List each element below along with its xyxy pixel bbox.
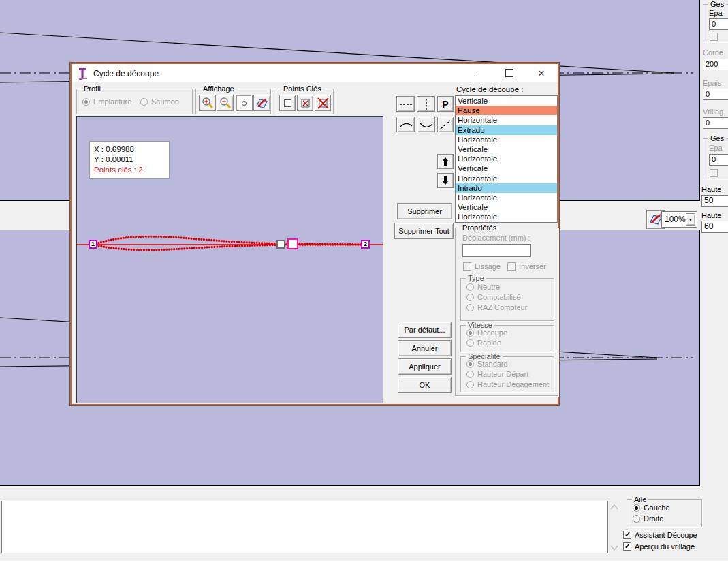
epaisseur-input-bottom[interactable]: 0 <box>709 154 728 166</box>
radio-hauteur-depart-circle[interactable] <box>466 371 474 378</box>
dashed-hline-icon <box>399 102 413 107</box>
apercu-vrillage-checkbox[interactable] <box>623 542 631 551</box>
radio-hauteur-degagement[interactable]: Hauteur Dégagement <box>466 380 549 388</box>
radio-comptabilise-circle[interactable] <box>466 294 474 301</box>
keypoint-delete-all-button[interactable] <box>315 95 331 111</box>
message-log-box[interactable] <box>1 501 608 553</box>
annuler-button[interactable]: Annuler <box>398 340 452 356</box>
lissage-checkbox[interactable] <box>463 262 471 271</box>
pause-point-button[interactable]: P <box>437 96 454 112</box>
keypoint-delete-button[interactable] <box>297 95 313 111</box>
dialog-titlebar[interactable]: J Cycle de découpe – ✕ <box>72 64 558 82</box>
radio-hauteur-degagement-circle[interactable] <box>466 381 474 388</box>
radio-neutre-circle[interactable] <box>466 283 474 291</box>
inverser-checkbox-row[interactable]: Inverser <box>507 262 546 271</box>
cycle-list-item[interactable]: Horizontale <box>456 193 557 202</box>
keypoint-marker-unselected[interactable] <box>276 240 285 249</box>
zoom-dropdown-button[interactable]: ▼ <box>686 213 695 226</box>
close-button[interactable]: ✕ <box>530 64 553 82</box>
radio-gauche[interactable]: Gauche <box>633 504 670 512</box>
ok-button[interactable]: OK <box>398 377 452 393</box>
cycle-list-item[interactable]: Horizontale <box>456 135 557 144</box>
radio-rapide[interactable]: Rapide <box>466 339 501 347</box>
dotted-vline-button[interactable] <box>417 96 435 112</box>
corde-label: Corde <box>703 48 723 57</box>
radio-emplanture-circle[interactable] <box>82 98 90 106</box>
epaisseur-input[interactable]: 0 <box>703 89 728 100</box>
radio-saumon-circle[interactable] <box>140 98 148 106</box>
dotted-vline-icon <box>424 98 429 110</box>
apercu-vrillage-checkbox-row[interactable]: Aperçu du vrillage <box>623 542 695 551</box>
keypoint-marker-selected[interactable] <box>287 238 298 249</box>
arc-down-button[interactable] <box>417 117 435 132</box>
cycle-list-item[interactable]: Horizontale <box>456 154 557 164</box>
keypoint-delete-icon <box>300 98 311 108</box>
cycle-list-item[interactable]: Horizontale <box>456 212 557 221</box>
cycle-list-item[interactable]: Verticale <box>456 202 557 212</box>
radio-saumon-label: Saumon <box>151 97 179 106</box>
deplacement-input[interactable] <box>462 244 531 257</box>
radio-droite-circle[interactable] <box>633 515 640 523</box>
lissage-checkbox-row[interactable]: Lissage <box>463 262 501 271</box>
radio-saumon[interactable]: Saumon <box>140 97 179 106</box>
radio-decoupe[interactable]: Découpe <box>466 328 507 337</box>
dashed-hline-button[interactable] <box>396 96 415 112</box>
radio-raz-compteur[interactable]: RAZ Compteur <box>466 303 527 311</box>
corde-input[interactable]: 200 <box>703 59 728 70</box>
assistant-decoupe-checkbox[interactable] <box>623 531 631 539</box>
gestion-checkbox-top[interactable] <box>710 33 718 41</box>
radio-raz-compteur-circle[interactable] <box>466 304 474 311</box>
radio-standard-circle[interactable] <box>466 360 474 368</box>
cycle-list-item[interactable]: Extrado <box>456 125 557 135</box>
radio-decoupe-circle[interactable] <box>466 329 474 337</box>
gestion-checkbox-bottom[interactable] <box>710 169 718 177</box>
minimize-button[interactable]: – <box>465 64 488 82</box>
radio-emplanture[interactable]: Emplanture <box>82 97 131 106</box>
zoom-in-button[interactable] <box>199 95 216 111</box>
cycle-list-item[interactable]: Verticale <box>456 144 557 154</box>
vrillage-input[interactable]: 0 <box>703 117 728 129</box>
radio-rapide-circle[interactable] <box>466 339 474 347</box>
radio-gauche-circle[interactable] <box>633 504 640 512</box>
cycle-list-item[interactable]: Pause <box>456 106 557 115</box>
point-display-toggle[interactable] <box>236 95 253 111</box>
par-defaut-button[interactable]: Par défaut... <box>398 322 452 338</box>
redraw-profile-button[interactable] <box>253 95 270 111</box>
zoom-level-combobox[interactable]: 100% ▼ <box>661 211 697 228</box>
move-up-button[interactable] <box>437 154 454 169</box>
cycle-list-item[interactable]: Verticale <box>456 96 557 106</box>
appliquer-button[interactable]: Appliquer <box>398 358 452 375</box>
supprimer-button[interactable]: Supprimer <box>397 203 452 219</box>
radio-hauteur-depart[interactable]: Hauteur Départ <box>466 370 528 378</box>
move-down-button[interactable] <box>437 173 454 188</box>
supprimer-tout-button[interactable]: Supprimer Tout <box>394 223 454 239</box>
profile-end-marker[interactable]: 2 <box>361 240 370 249</box>
maximize-button[interactable] <box>498 64 521 82</box>
arc-up-button[interactable] <box>396 117 415 132</box>
cycle-list-item[interactable]: Verticale <box>456 164 557 173</box>
scroll-down-icon[interactable] <box>610 544 619 552</box>
vrillage-label: Vrillag <box>703 108 723 116</box>
zoom-out-button[interactable] <box>217 95 234 111</box>
hauteur-depart-input[interactable]: 50 <box>701 195 728 207</box>
radio-hauteur-depart-label: Hauteur Départ <box>477 370 528 378</box>
radio-standard[interactable]: Standard <box>466 360 508 368</box>
keypoint-add-button[interactable] <box>279 95 296 111</box>
cycle-list[interactable]: VerticalePauseHorizontaleExtradoHorizont… <box>455 95 558 223</box>
epaisseur-input-top[interactable]: 0 <box>709 18 728 30</box>
cycle-list-item[interactable]: Intrado <box>456 183 557 193</box>
profil-group-legend: Profil <box>82 84 103 93</box>
radio-neutre[interactable]: Neutre <box>466 283 500 291</box>
assistant-decoupe-checkbox-row[interactable]: Assistant Découpe <box>623 531 697 539</box>
hauteur-degagement-input[interactable]: 60 <box>701 221 728 233</box>
scroll-up-icon[interactable] <box>610 503 619 511</box>
radio-droite[interactable]: Droite <box>633 514 663 523</box>
supprimer-label: Supprimer <box>407 207 442 215</box>
profile-canvas[interactable]: X : 0.69988 Y : 0.00011 Points clés : 2 … <box>76 116 383 403</box>
cycle-list-item[interactable]: Horizontale <box>456 115 557 125</box>
profile-start-marker[interactable]: 1 <box>89 240 97 249</box>
diagonal-line-button[interactable] <box>437 117 454 132</box>
radio-comptabilise[interactable]: Comptabilisé <box>466 293 521 301</box>
inverser-checkbox[interactable] <box>507 262 516 271</box>
cycle-list-item[interactable]: Horizontale <box>456 174 557 183</box>
